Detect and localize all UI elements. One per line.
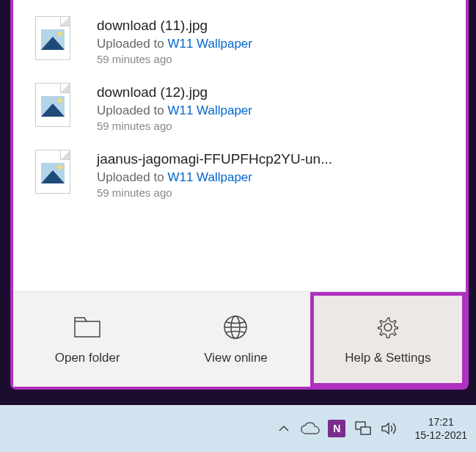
image-file-icon bbox=[35, 83, 70, 127]
view-online-button[interactable]: View online bbox=[161, 292, 310, 387]
file-item[interactable]: jaanus-jagomagi-FFUPFHcp2YU-un... Upload… bbox=[13, 141, 466, 208]
file-time: 59 minutes ago bbox=[97, 186, 444, 199]
destination-link[interactable]: W11 Wallpaper bbox=[167, 170, 252, 184]
onedrive-flyout: download (11).jpg Uploaded to W11 Wallpa… bbox=[10, 0, 469, 390]
file-name: download (12).jpg bbox=[97, 84, 444, 101]
file-name: jaanus-jagomagi-FFUPFHcp2YU-un... bbox=[97, 151, 444, 167]
recent-files-list: download (11).jpg Uploaded to W11 Wallpa… bbox=[13, 0, 466, 291]
file-time: 59 minutes ago bbox=[97, 53, 444, 65]
open-folder-label: Open folder bbox=[55, 351, 120, 365]
clock-date: 15-12-2021 bbox=[414, 429, 467, 442]
file-details: jaanus-jagomagi-FFUPFHcp2YU-un... Upload… bbox=[97, 150, 444, 199]
destination-link[interactable]: W11 Wallpaper bbox=[167, 103, 252, 117]
taskbar: N 17:21 15-12-2021 bbox=[0, 405, 476, 452]
help-settings-button[interactable]: Help & Settings bbox=[310, 292, 466, 387]
file-status: Uploaded to W11 Wallpaper bbox=[97, 37, 444, 51]
image-file-icon bbox=[35, 150, 70, 194]
file-status: Uploaded to W11 Wallpaper bbox=[97, 103, 444, 118]
help-settings-label: Help & Settings bbox=[345, 351, 431, 365]
file-status: Uploaded to W11 Wallpaper bbox=[97, 170, 444, 185]
network-icon[interactable] bbox=[353, 418, 373, 439]
svg-rect-0 bbox=[75, 321, 100, 337]
globe-icon bbox=[222, 314, 249, 340]
svg-point-4 bbox=[384, 324, 392, 331]
chevron-up-icon[interactable] bbox=[274, 418, 294, 439]
file-details: download (12).jpg Uploaded to W11 Wallpa… bbox=[97, 83, 444, 132]
image-file-icon bbox=[35, 16, 70, 60]
file-time: 59 minutes ago bbox=[97, 120, 444, 132]
file-name: download (11).jpg bbox=[97, 18, 444, 34]
view-online-label: View online bbox=[204, 351, 268, 365]
volume-icon[interactable] bbox=[379, 418, 400, 439]
file-item[interactable]: download (11).jpg Uploaded to W11 Wallpa… bbox=[13, 7, 466, 74]
folder-icon bbox=[74, 314, 100, 340]
clock-time: 17:21 bbox=[414, 415, 467, 429]
file-item[interactable]: download (12).jpg Uploaded to W11 Wallpa… bbox=[13, 74, 466, 141]
svg-rect-6 bbox=[361, 427, 370, 434]
open-folder-button[interactable]: Open folder bbox=[13, 292, 161, 387]
onenote-icon[interactable]: N bbox=[326, 418, 347, 439]
file-details: download (11).jpg Uploaded to W11 Wallpa… bbox=[97, 16, 444, 65]
destination-link[interactable]: W11 Wallpaper bbox=[167, 37, 252, 51]
gear-icon bbox=[375, 314, 401, 340]
system-clock[interactable]: 17:21 15-12-2021 bbox=[414, 415, 467, 442]
onedrive-cloud-icon[interactable] bbox=[300, 418, 321, 439]
bottom-actions: Open folder View online H bbox=[13, 291, 466, 387]
